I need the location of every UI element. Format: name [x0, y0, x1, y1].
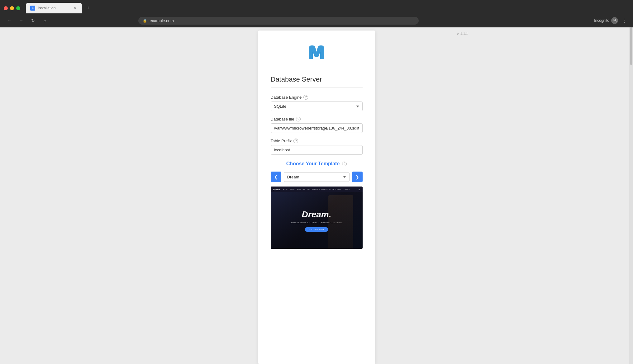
db-engine-label: Database Engine ? [271, 95, 363, 100]
template-section: Choose Your Template ? ❮ Dream Default B… [271, 161, 363, 249]
section-title: Database Server [271, 75, 363, 83]
address-bar[interactable]: 🔒 example.com [138, 17, 419, 25]
new-tab-button[interactable]: + [84, 4, 93, 12]
back-button[interactable]: ← [5, 16, 14, 25]
preview-nav-link-testpage: TEST PAGE [332, 188, 341, 190]
preview-nav-link-services: SERVICES [312, 188, 320, 190]
preview-hero-title: Dream. [302, 210, 331, 220]
preview-hero: Dream. A beautiful collection of hand-cr… [271, 192, 363, 249]
tab-title: Installation [38, 6, 70, 10]
active-tab[interactable]: ⊞ Installation ✕ [26, 3, 82, 13]
version-label: v. 1.1.1 [457, 32, 468, 35]
db-file-input[interactable] [271, 123, 363, 133]
preview-search-icon: ⌕ [356, 188, 357, 191]
preview-nav-link-blog: BLOG [290, 188, 295, 190]
tab-bar: ⊞ Installation ✕ + [0, 0, 633, 14]
minimize-window-button[interactable] [10, 6, 14, 10]
address-bar-row: ← → ↻ ⌂ 🔒 example.com Incognito ⋮ [0, 14, 633, 27]
db-file-label: Database file ? [271, 117, 363, 121]
refresh-button[interactable]: ↻ [29, 16, 37, 25]
address-text: example.com [150, 18, 174, 23]
lock-icon: 🔒 [143, 19, 147, 23]
db-engine-group: Database Engine ? SQLite MySQL PostgreSQ… [271, 95, 363, 111]
preview-nav-link-contact: CONTACT [343, 188, 350, 190]
close-window-button[interactable] [4, 6, 8, 10]
incognito-icon [611, 17, 618, 24]
tab-close-button[interactable]: ✕ [73, 6, 78, 11]
preview-nav-logo: Dream [273, 188, 280, 191]
incognito-label: Incognito [594, 18, 609, 23]
section-divider [271, 87, 363, 87]
table-prefix-input[interactable] [271, 145, 363, 155]
preview-nav-link-portfolio: PORTFOLIO [321, 188, 331, 190]
db-file-help-icon[interactable]: ? [296, 117, 301, 121]
preview-bg-element [328, 195, 353, 249]
table-prefix-help-icon[interactable]: ? [293, 139, 298, 143]
preview-cta-button: DISCOVER MORE [305, 227, 328, 232]
install-card: Database Server Database Engine ? SQLite… [258, 31, 375, 364]
next-template-button[interactable]: ❯ [352, 172, 363, 182]
page-content: v. 1.1.1 Database Server Database Engine… [0, 27, 633, 364]
logo-container [271, 43, 363, 63]
maximize-window-button[interactable] [16, 6, 20, 10]
template-help-icon[interactable]: ? [342, 162, 347, 166]
scrollbar-thumb[interactable] [630, 27, 632, 65]
svg-text:⊞: ⊞ [32, 7, 34, 9]
scrollbar[interactable] [629, 27, 633, 364]
db-engine-select[interactable]: SQLite MySQL PostgreSQL [271, 102, 363, 111]
template-dropdown[interactable]: Dream Default Business Portfolio Blog [284, 172, 350, 182]
home-button[interactable]: ⌂ [40, 16, 49, 25]
table-prefix-label: Table Prefix ? [271, 139, 363, 143]
tab-favicon-icon: ⊞ [30, 6, 35, 11]
preview-nav: Dream ABOUT BLOG SHOP GALLERY SERVICES P… [271, 187, 363, 192]
preview-nav-links: ABOUT BLOG SHOP GALLERY SERVICES PORTFOL… [283, 188, 350, 190]
incognito-badge: Incognito [594, 17, 618, 24]
browser-menu-button[interactable]: ⋮ [621, 17, 628, 25]
window-controls [4, 6, 20, 10]
db-file-group: Database file ? [271, 117, 363, 133]
template-preview: Dream ABOUT BLOG SHOP GALLERY SERVICES P… [271, 187, 363, 249]
preview-nav-link-about: ABOUT [283, 188, 288, 190]
forward-button[interactable]: → [17, 16, 26, 25]
browser-chrome: ⊞ Installation ✕ + ← → ↻ ⌂ 🔒 example.com… [0, 0, 633, 27]
table-prefix-group: Table Prefix ? [271, 139, 363, 155]
preview-nav-link-shop: SHOP [296, 188, 301, 190]
db-engine-help-icon[interactable]: ? [303, 95, 308, 100]
template-heading: Choose Your Template ? [271, 161, 363, 167]
app-logo [307, 43, 326, 63]
prev-template-button[interactable]: ❮ [271, 172, 281, 182]
template-selector: ❮ Dream Default Business Portfolio Blog … [271, 172, 363, 182]
template-section-title: Choose Your Template [286, 161, 340, 167]
preview-nav-link-gallery: GALLERY [303, 188, 310, 190]
browser-right-controls: Incognito ⋮ [594, 17, 628, 25]
preview-nav-icons: ⌕ ☰ [356, 188, 360, 191]
preview-menu-icon: ☰ [359, 188, 360, 191]
preview-mockup: Dream ABOUT BLOG SHOP GALLERY SERVICES P… [271, 187, 363, 249]
